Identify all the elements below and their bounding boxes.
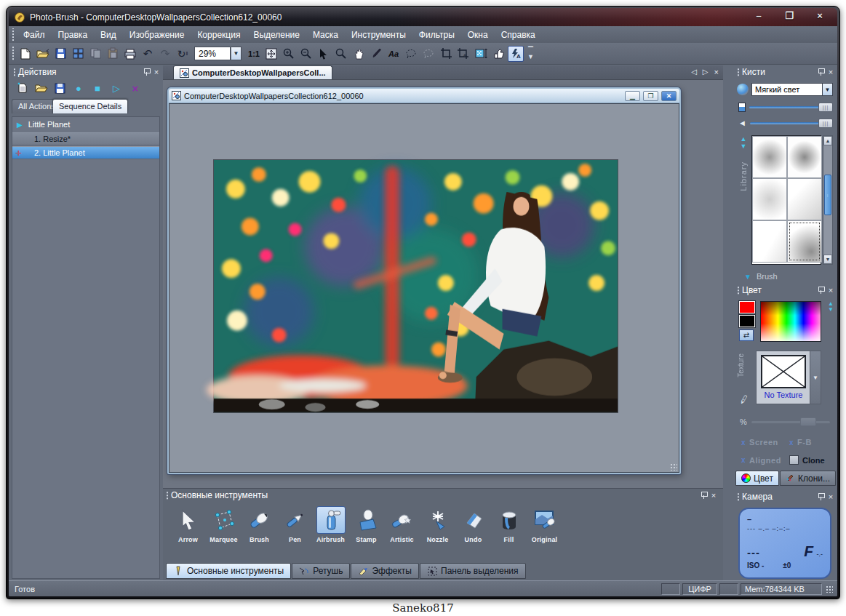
camera-close-icon[interactable]: × [826, 492, 836, 501]
doc-close-button[interactable]: ✕ [661, 91, 677, 101]
camera-grip[interactable] [737, 492, 740, 502]
tool-brush[interactable]: Brush [242, 506, 277, 543]
aligned-checkbox[interactable]: xAligned [741, 456, 789, 465]
actions-close-icon[interactable]: × [151, 68, 161, 76]
crop-canvas-icon[interactable]: A [455, 46, 471, 62]
canvas-image[interactable] [213, 159, 618, 413]
browse-icon[interactable] [70, 46, 86, 62]
stop-action-icon[interactable]: ■ [90, 81, 105, 95]
clone-checkbox[interactable]: Clone [789, 455, 825, 465]
tool-undo-brush[interactable]: Undo [455, 506, 491, 543]
tab-retouch[interactable]: Ретушь [292, 563, 350, 579]
screen-checkbox[interactable]: xScreen [741, 438, 789, 447]
scroll-up-icon[interactable]: ▲ [823, 136, 832, 145]
color-pin-icon[interactable] [815, 286, 826, 295]
text-tool-icon[interactable]: Aa [386, 46, 402, 62]
action-step-row[interactable]: 1. Resize* [12, 132, 159, 145]
window-resize-grip[interactable] [826, 585, 833, 593]
canvas-area[interactable] [169, 103, 679, 473]
tab-main-tools[interactable]: Основные инструменты [166, 563, 291, 579]
toolbar-overflow-icon[interactable]: ▔▼ [527, 47, 534, 60]
scroll-thumb[interactable]: ⁞ [824, 175, 831, 215]
tab-color[interactable]: Цвет [735, 471, 779, 486]
eyedropper-icon[interactable] [368, 46, 384, 62]
scroll-down-icon[interactable]: ▼ [823, 255, 832, 264]
auto-enhance-icon[interactable]: A [508, 46, 524, 62]
repeat-icon[interactable]: ↻‖ [175, 46, 191, 62]
texture-preview[interactable] [761, 355, 806, 388]
undo-icon[interactable]: ↶ [140, 46, 156, 62]
tools-grip[interactable] [166, 491, 169, 500]
tool-airbrush[interactable]: Airbrush [313, 506, 348, 543]
texture-dropper-icon[interactable]: 🖊︎ [738, 393, 749, 406]
menu-selection[interactable]: Выделение [247, 28, 306, 42]
actual-size-button[interactable]: 1:1 [246, 46, 262, 62]
save-action-icon[interactable] [52, 81, 67, 95]
action-step-row-selected[interactable]: ✛ 2. Little Planet [12, 146, 159, 159]
zoom-out-icon[interactable] [298, 46, 314, 62]
tab-clone[interactable]: Клони... [780, 471, 836, 486]
texture-box[interactable]: No Texture ▼ [756, 351, 821, 404]
brushes-close-icon[interactable]: × [826, 68, 836, 76]
tool-artistic[interactable]: Artistic [384, 506, 420, 543]
brush-library-grid[interactable] [751, 135, 821, 265]
opacity-slider[interactable]: ||| [750, 122, 831, 124]
tab-effects[interactable]: Эффекты [351, 563, 419, 579]
toolbar-grip[interactable] [12, 46, 15, 60]
zoom-in-icon[interactable] [281, 46, 297, 62]
doc-resize-grip[interactable] [670, 463, 677, 471]
tab-scroll-right-icon[interactable]: ▷ [703, 68, 709, 76]
size-slider-handle[interactable]: ||| [818, 103, 833, 112]
size-slider[interactable]: ||| [749, 106, 831, 108]
menu-view[interactable]: Вид [94, 28, 123, 42]
texture-dropdown-icon[interactable]: ▼ [810, 351, 821, 404]
pan-hand-icon[interactable] [351, 46, 367, 62]
zoom-level-input[interactable]: 29% [194, 47, 231, 60]
tab-selection-panel[interactable]: Панель выделения [420, 563, 526, 579]
actions-grip[interactable] [13, 68, 16, 77]
brush-preset[interactable] [752, 136, 787, 178]
menu-file[interactable]: Файл [17, 28, 52, 42]
resize-icon[interactable] [473, 46, 489, 62]
actions-pin-icon[interactable] [141, 68, 151, 77]
menu-correction[interactable]: Коррекция [191, 28, 247, 42]
doc-restore-button[interactable]: ❐ [643, 91, 658, 101]
brush-down-icon[interactable]: ▼ [741, 143, 747, 150]
tab-close-icon[interactable]: × [714, 68, 719, 76]
copy-icon[interactable] [87, 46, 103, 62]
blend-dropdown-icon[interactable]: ▼ [822, 84, 832, 95]
play-action-icon[interactable]: ▷ [109, 81, 124, 95]
blend-mode-select[interactable]: Мягкий свет ▼ [751, 83, 833, 96]
tool-stamp[interactable]: Stamp [348, 506, 384, 543]
new-action-icon[interactable] [15, 81, 29, 95]
document-tab[interactable]: ComputerDesktopWallpapersColl... [173, 65, 332, 79]
minimize-button[interactable]: – [751, 10, 766, 21]
menu-tools[interactable]: Инструменты [345, 28, 412, 42]
tool-original[interactable]: Original [527, 506, 562, 543]
open-action-icon[interactable] [33, 81, 48, 95]
tool-marquee[interactable]: Marquee [206, 506, 242, 543]
brush-preset[interactable] [752, 220, 787, 263]
crop-icon[interactable] [438, 46, 454, 62]
magnifier-icon[interactable] [333, 46, 349, 62]
color-grip[interactable] [737, 286, 740, 295]
doc-minimize-button[interactable]: ▁ [625, 91, 640, 101]
color-close-icon[interactable]: × [826, 286, 836, 295]
redo-icon[interactable]: ↷ [157, 46, 173, 62]
foreground-color-swatch[interactable] [739, 301, 755, 313]
brush-up-icon[interactable]: ▲ [741, 135, 747, 143]
tool-fill[interactable]: Fill [491, 506, 527, 543]
easy-mode-icon[interactable] [490, 46, 506, 62]
tools-pin-icon[interactable] [698, 491, 709, 500]
new-icon[interactable] [17, 46, 33, 62]
menu-filters[interactable]: Фильтры [412, 28, 461, 42]
tool-pen[interactable]: Pen [277, 506, 313, 543]
lasso-icon[interactable] [403, 46, 419, 62]
action-sequence-row[interactable]: ▶ Little Planet [12, 117, 159, 132]
percent-slider-handle[interactable] [800, 417, 816, 426]
fb-checkbox[interactable]: xF-B [789, 438, 812, 447]
document-window[interactable]: ComputerDesktopWallpapersCollection612_0… [167, 87, 681, 474]
brushes-grip[interactable] [737, 68, 740, 77]
brush-preset[interactable] [752, 178, 787, 220]
tools-close-icon[interactable]: × [709, 491, 719, 500]
